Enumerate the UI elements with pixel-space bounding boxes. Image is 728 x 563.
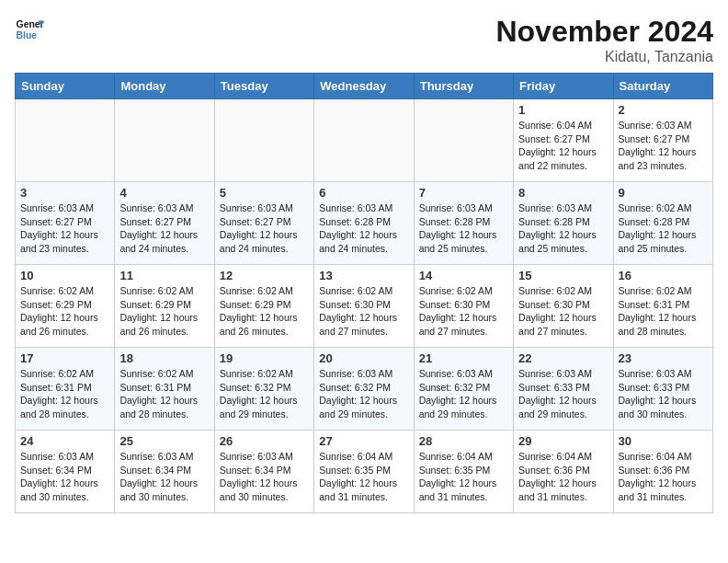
day-header-tuesday: Tuesday	[214, 74, 313, 99]
calendar-cell: 13Sunrise: 6:02 AM Sunset: 6:30 PM Dayli…	[314, 265, 414, 348]
calendar-week-1: 1Sunrise: 6:04 AM Sunset: 6:27 PM Daylig…	[16, 99, 713, 182]
day-number: 6	[319, 186, 408, 200]
calendar-header-row: SundayMondayTuesdayWednesdayThursdayFrid…	[16, 74, 713, 99]
day-info: Sunrise: 6:04 AM Sunset: 6:35 PM Dayligh…	[419, 450, 508, 504]
day-number: 26	[220, 434, 309, 448]
day-number: 1	[518, 103, 608, 117]
day-number: 3	[20, 186, 109, 200]
day-info: Sunrise: 6:02 AM Sunset: 6:30 PM Dayligh…	[319, 284, 408, 339]
day-info: Sunrise: 6:03 AM Sunset: 6:34 PM Dayligh…	[20, 450, 109, 504]
day-info: Sunrise: 6:03 AM Sunset: 6:33 PM Dayligh…	[518, 367, 608, 421]
day-info: Sunrise: 6:04 AM Sunset: 6:36 PM Dayligh…	[619, 450, 708, 504]
day-number: 9	[619, 186, 708, 200]
day-number: 30	[619, 434, 708, 448]
day-number: 5	[220, 186, 309, 200]
calendar-cell: 4Sunrise: 6:03 AM Sunset: 6:27 PM Daylig…	[115, 182, 214, 265]
day-number: 14	[419, 269, 508, 282]
day-number: 18	[119, 351, 209, 365]
day-info: Sunrise: 6:02 AM Sunset: 6:28 PM Dayligh…	[619, 201, 708, 256]
day-number: 25	[119, 434, 209, 448]
day-number: 11	[119, 269, 209, 282]
calendar-cell	[115, 99, 214, 182]
calendar-cell: 30Sunrise: 6:04 AM Sunset: 6:36 PM Dayli…	[613, 431, 712, 513]
day-number: 28	[419, 434, 508, 448]
day-number: 13	[319, 269, 408, 282]
day-number: 21	[419, 351, 508, 365]
calendar-cell: 20Sunrise: 6:03 AM Sunset: 6:32 PM Dayli…	[314, 348, 414, 431]
day-info: Sunrise: 6:04 AM Sunset: 6:36 PM Dayligh…	[518, 450, 608, 504]
day-info: Sunrise: 6:03 AM Sunset: 6:28 PM Dayligh…	[319, 201, 408, 256]
calendar-cell: 24Sunrise: 6:03 AM Sunset: 6:34 PM Dayli…	[16, 431, 115, 513]
day-header-thursday: Thursday	[414, 74, 513, 99]
day-header-sunday: Sunday	[16, 74, 115, 99]
day-info: Sunrise: 6:03 AM Sunset: 6:32 PM Dayligh…	[319, 367, 408, 421]
title-block: November 2024 Kidatu, Tanzania	[495, 15, 713, 65]
calendar-cell: 2Sunrise: 6:03 AM Sunset: 6:27 PM Daylig…	[613, 99, 712, 182]
day-number: 17	[20, 351, 109, 365]
day-info: Sunrise: 6:03 AM Sunset: 6:27 PM Dayligh…	[619, 119, 708, 173]
calendar-cell: 1Sunrise: 6:04 AM Sunset: 6:27 PM Daylig…	[514, 99, 613, 182]
calendar-week-5: 24Sunrise: 6:03 AM Sunset: 6:34 PM Dayli…	[16, 431, 713, 513]
calendar-cell: 14Sunrise: 6:02 AM Sunset: 6:30 PM Dayli…	[414, 265, 513, 348]
day-number: 24	[20, 434, 109, 448]
location-title: Kidatu, Tanzania	[495, 49, 713, 65]
page-header: General Blue November 2024 Kidatu, Tanza…	[15, 15, 713, 65]
day-number: 23	[619, 351, 708, 365]
day-number: 8	[518, 186, 608, 200]
calendar-cell: 3Sunrise: 6:03 AM Sunset: 6:27 PM Daylig…	[16, 182, 115, 265]
calendar-cell: 7Sunrise: 6:03 AM Sunset: 6:28 PM Daylig…	[414, 182, 513, 265]
day-number: 22	[518, 351, 608, 365]
calendar-cell: 6Sunrise: 6:03 AM Sunset: 6:28 PM Daylig…	[314, 182, 414, 265]
calendar-cell: 9Sunrise: 6:02 AM Sunset: 6:28 PM Daylig…	[613, 182, 712, 265]
calendar-cell: 26Sunrise: 6:03 AM Sunset: 6:34 PM Dayli…	[214, 431, 313, 513]
day-number: 4	[119, 186, 209, 200]
calendar-cell: 21Sunrise: 6:03 AM Sunset: 6:32 PM Dayli…	[414, 348, 513, 431]
day-info: Sunrise: 6:02 AM Sunset: 6:31 PM Dayligh…	[119, 367, 209, 421]
day-number: 16	[619, 269, 708, 282]
day-info: Sunrise: 6:02 AM Sunset: 6:31 PM Dayligh…	[20, 367, 109, 421]
calendar-cell: 17Sunrise: 6:02 AM Sunset: 6:31 PM Dayli…	[16, 348, 115, 431]
day-info: Sunrise: 6:02 AM Sunset: 6:29 PM Dayligh…	[119, 284, 209, 339]
calendar-cell	[414, 99, 513, 182]
day-info: Sunrise: 6:03 AM Sunset: 6:34 PM Dayligh…	[220, 450, 309, 504]
calendar-cell	[16, 99, 115, 182]
day-info: Sunrise: 6:03 AM Sunset: 6:27 PM Dayligh…	[20, 201, 109, 256]
day-info: Sunrise: 6:04 AM Sunset: 6:35 PM Dayligh…	[319, 450, 408, 504]
calendar-cell: 23Sunrise: 6:03 AM Sunset: 6:33 PM Dayli…	[613, 348, 712, 431]
calendar-cell: 28Sunrise: 6:04 AM Sunset: 6:35 PM Dayli…	[414, 431, 513, 513]
calendar-cell: 16Sunrise: 6:02 AM Sunset: 6:31 PM Dayli…	[613, 265, 712, 348]
calendar-cell: 29Sunrise: 6:04 AM Sunset: 6:36 PM Dayli…	[514, 431, 613, 513]
day-number: 2	[619, 103, 708, 117]
logo: General Blue	[15, 15, 44, 44]
svg-text:Blue: Blue	[17, 30, 38, 40]
calendar-cell: 11Sunrise: 6:02 AM Sunset: 6:29 PM Dayli…	[115, 265, 214, 348]
day-header-friday: Friday	[514, 74, 613, 99]
day-header-monday: Monday	[115, 74, 214, 99]
day-number: 20	[319, 351, 408, 365]
day-number: 10	[20, 269, 109, 282]
day-info: Sunrise: 6:02 AM Sunset: 6:29 PM Dayligh…	[20, 284, 109, 339]
calendar-cell: 10Sunrise: 6:02 AM Sunset: 6:29 PM Dayli…	[16, 265, 115, 348]
calendar-cell	[314, 99, 414, 182]
day-header-wednesday: Wednesday	[314, 74, 414, 99]
logo-icon: General Blue	[15, 15, 44, 44]
day-info: Sunrise: 6:03 AM Sunset: 6:28 PM Dayligh…	[419, 201, 508, 256]
calendar-week-4: 17Sunrise: 6:02 AM Sunset: 6:31 PM Dayli…	[16, 348, 713, 431]
day-number: 19	[220, 351, 309, 365]
calendar-cell: 22Sunrise: 6:03 AM Sunset: 6:33 PM Dayli…	[514, 348, 613, 431]
day-info: Sunrise: 6:03 AM Sunset: 6:27 PM Dayligh…	[220, 201, 309, 256]
calendar-week-2: 3Sunrise: 6:03 AM Sunset: 6:27 PM Daylig…	[16, 182, 713, 265]
calendar-week-3: 10Sunrise: 6:02 AM Sunset: 6:29 PM Dayli…	[16, 265, 713, 348]
day-info: Sunrise: 6:02 AM Sunset: 6:32 PM Dayligh…	[220, 367, 309, 421]
day-number: 12	[220, 269, 309, 282]
calendar-cell: 5Sunrise: 6:03 AM Sunset: 6:27 PM Daylig…	[214, 182, 313, 265]
day-number: 27	[319, 434, 408, 448]
calendar-cell: 12Sunrise: 6:02 AM Sunset: 6:29 PM Dayli…	[214, 265, 313, 348]
day-info: Sunrise: 6:02 AM Sunset: 6:30 PM Dayligh…	[518, 284, 608, 339]
day-number: 15	[518, 269, 608, 282]
calendar-cell: 8Sunrise: 6:03 AM Sunset: 6:28 PM Daylig…	[514, 182, 613, 265]
day-number: 7	[419, 186, 508, 200]
calendar-cell	[214, 99, 313, 182]
day-number: 29	[518, 434, 608, 448]
day-info: Sunrise: 6:03 AM Sunset: 6:33 PM Dayligh…	[619, 367, 708, 421]
